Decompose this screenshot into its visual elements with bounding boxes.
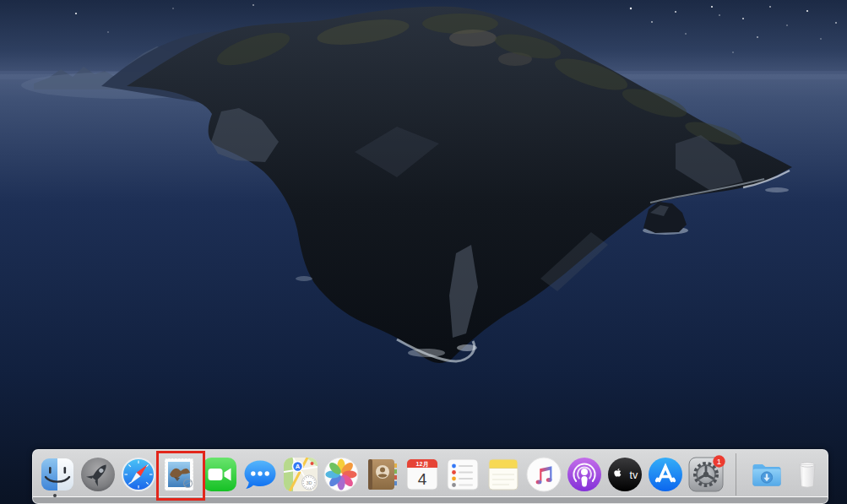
dock-item-downloads[interactable] <box>747 455 786 494</box>
downloads-folder-icon <box>747 455 786 494</box>
mail-highlight-box <box>156 451 205 501</box>
maps-dial-label: 3D <box>306 480 312 485</box>
notes-icon <box>484 455 523 494</box>
dock-item-maps[interactable]: A 3D <box>281 455 320 494</box>
dock-item-music[interactable] <box>524 455 563 494</box>
dock-item-app-store[interactable] <box>646 455 685 494</box>
calendar-month-label: 12月 <box>416 461 429 468</box>
reminders-icon <box>443 455 482 494</box>
badge-count: 1 <box>717 457 721 466</box>
dock-item-notes[interactable] <box>484 455 523 494</box>
dock-shelf <box>33 496 828 503</box>
trash-icon <box>788 455 827 494</box>
dock-item-system-preferences[interactable]: 1 <box>687 455 725 494</box>
photos-icon <box>322 455 361 494</box>
dock-item-trash[interactable] <box>788 455 827 494</box>
notification-badge: 1 <box>713 455 725 467</box>
facetime-icon <box>200 455 239 494</box>
dock-item-calendar[interactable]: 12月 4 <box>403 455 442 494</box>
dock-item-finder[interactable] <box>38 455 77 494</box>
maps-pin-label: A <box>296 463 301 470</box>
finder-running-indicator <box>53 494 57 497</box>
launchpad-rocket-icon <box>79 455 117 494</box>
desktop-wallpaper <box>0 0 847 504</box>
dock-item-reminders[interactable] <box>443 455 482 494</box>
calendar-day-label: 4 <box>418 470 427 488</box>
dock-item-launchpad[interactable] <box>79 455 117 494</box>
dock-item-facetime[interactable] <box>200 455 239 494</box>
apple-tv-label: tv <box>630 469 638 481</box>
apple-tv-icon: tv <box>605 455 644 494</box>
app-store-icon <box>646 455 685 494</box>
system-preferences-icon: 1 <box>687 455 725 494</box>
dock-item-messages[interactable] <box>241 455 280 494</box>
messages-icon <box>241 455 280 494</box>
dock-item-apple-tv[interactable]: tv <box>605 455 644 494</box>
dock-item-podcasts[interactable] <box>565 455 604 494</box>
dock-item-safari[interactable] <box>119 455 158 494</box>
dock-divider <box>736 453 736 496</box>
calendar-icon: 12月 4 <box>403 455 442 494</box>
finder-icon <box>38 455 77 494</box>
music-icon <box>524 455 563 494</box>
safari-icon <box>119 455 158 494</box>
podcasts-icon <box>565 455 604 494</box>
maps-icon: A 3D <box>281 455 320 494</box>
contacts-icon <box>362 455 401 494</box>
dock: A 3D <box>32 449 828 504</box>
dock-item-photos[interactable] <box>322 455 361 494</box>
dock-item-contacts[interactable] <box>362 455 401 494</box>
maps-compass-dial: 3D <box>302 475 317 490</box>
